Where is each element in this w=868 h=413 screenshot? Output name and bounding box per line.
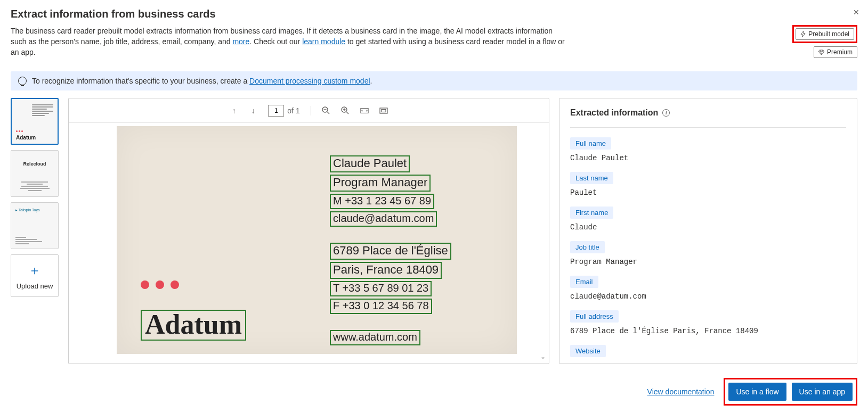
view-documentation-link[interactable]: View documentation — [647, 387, 715, 396]
results-pane[interactable]: Extracted information i Full nameClaude … — [559, 98, 857, 364]
desc-part2: . Check out our — [249, 37, 302, 46]
result-field: Emailclaude@adatum.com — [570, 276, 846, 301]
result-field-label: Last name — [570, 172, 613, 184]
result-field-label: Website — [570, 345, 606, 357]
svg-rect-8 — [380, 108, 387, 113]
result-field-label: Email — [570, 276, 598, 288]
page-total: of 1 — [287, 106, 299, 115]
more-link[interactable]: more — [232, 37, 249, 46]
thumb1-logo: Adatum — [16, 135, 36, 141]
thumb3-logo: Tailspin Toys — [19, 208, 40, 212]
zoom-in-icon[interactable] — [341, 106, 350, 115]
svg-line-1 — [327, 112, 329, 114]
results-heading: Extracted information — [570, 108, 658, 118]
upload-new-button[interactable]: ＋ Upload new — [11, 254, 59, 297]
fit-width-icon[interactable] — [360, 106, 369, 115]
premium-label: Premium — [827, 48, 853, 56]
result-field: Website — [570, 345, 846, 361]
preview-toolbar: ↑ ↓ of 1 — [69, 98, 549, 122]
tip-banner: To recognize information that's specific… — [11, 71, 857, 90]
plus-icon: ＋ — [28, 262, 41, 279]
result-field: Last namePaulet — [570, 172, 846, 197]
result-field: First nameClaude — [570, 206, 846, 232]
result-field-value: Paulet — [570, 188, 846, 197]
card-email-box: claude@adatum.com — [330, 211, 437, 227]
use-in-flow-button[interactable]: Use in a flow — [728, 383, 786, 401]
result-field: Job titleProgram Manager — [570, 241, 846, 266]
card-name-box: Claude Paulet — [330, 155, 410, 172]
thumbnail-list: Adatum Relecloud ▸ Tailspin Toys ＋ Uploa… — [11, 98, 59, 364]
card-addr1-box: 6789 Place de l'Église — [330, 243, 451, 260]
learn-module-link[interactable]: learn module — [302, 37, 345, 46]
info-icon[interactable]: i — [662, 109, 670, 117]
upload-label: Upload new — [17, 282, 53, 290]
description: The business card reader prebuilt model … — [11, 26, 570, 57]
result-field-value: claude@adatum.com — [570, 292, 846, 301]
card-mobile-box: M +33 1 23 45 67 89 — [330, 194, 434, 209]
card-title-box: Program Manager — [330, 175, 431, 192]
arrow-down-icon[interactable]: ↓ — [249, 106, 257, 115]
result-field: Full nameClaude Paulet — [570, 137, 846, 162]
result-field: Full address6789 Place de l'Église Paris… — [570, 310, 846, 335]
page-input[interactable] — [268, 105, 284, 117]
close-icon[interactable]: ✕ — [853, 8, 859, 16]
card-tel-box: T +33 5 67 89 01 23 — [330, 281, 432, 296]
highlight-prebuilt: Prebuilt model — [792, 25, 857, 43]
svg-rect-9 — [382, 109, 386, 112]
thumbnail-adatum[interactable]: Adatum — [11, 98, 59, 145]
result-field-label: Full address — [570, 310, 619, 323]
result-field-label: First name — [570, 206, 613, 219]
card-web-box: www.adatum.com — [330, 330, 420, 345]
prebuilt-label: Prebuilt model — [808, 30, 849, 38]
card-dots-icon — [141, 280, 179, 289]
scroll-down-icon[interactable]: ⌄ — [540, 353, 546, 360]
business-card-image: Adatum Claude Paulet Program Manager M +… — [117, 126, 517, 354]
use-in-app-button[interactable]: Use in an app — [792, 383, 853, 401]
thumbnail-relecloud[interactable]: Relecloud — [11, 150, 59, 197]
result-field-value: 6789 Place de l'Église Paris, France 184… — [570, 327, 846, 335]
result-field-value: Claude — [570, 223, 846, 232]
tip-text1: To recognize information that's specific… — [32, 77, 249, 85]
diamond-icon — [818, 49, 824, 55]
page-title: Extract information from business cards — [11, 8, 857, 20]
lightbulb-icon — [18, 77, 27, 85]
premium-badge[interactable]: Premium — [814, 46, 857, 58]
custom-model-link[interactable]: Document processing custom model — [249, 77, 370, 85]
prebuilt-model-badge[interactable]: Prebuilt model — [796, 28, 854, 40]
card-fax-box: F +33 0 12 34 56 78 — [330, 299, 432, 314]
svg-line-4 — [346, 112, 348, 114]
result-field-label: Job title — [570, 241, 605, 253]
tip-text2: . — [370, 77, 372, 85]
result-field-label: Full name — [570, 137, 611, 150]
thumb2-logo: Relecloud — [11, 161, 58, 167]
fit-page-icon[interactable] — [379, 106, 388, 115]
result-field-value: Program Manager — [570, 258, 846, 266]
card-addr2-box: Paris, France 18409 — [330, 262, 442, 279]
bolt-icon — [800, 31, 806, 37]
result-field-value: Claude Paulet — [570, 154, 846, 162]
thumbnail-tailspin[interactable]: ▸ Tailspin Toys — [11, 202, 59, 249]
preview-canvas[interactable]: Adatum Claude Paulet Program Manager M +… — [69, 122, 549, 364]
zoom-out-icon[interactable] — [322, 106, 330, 115]
preview-pane: ↑ ↓ of 1 Adatum — [68, 98, 549, 364]
arrow-up-icon[interactable]: ↑ — [230, 106, 238, 115]
card-company-box: Adatum — [141, 310, 246, 341]
highlight-use-buttons: Use in a flow Use in an app — [724, 378, 857, 406]
